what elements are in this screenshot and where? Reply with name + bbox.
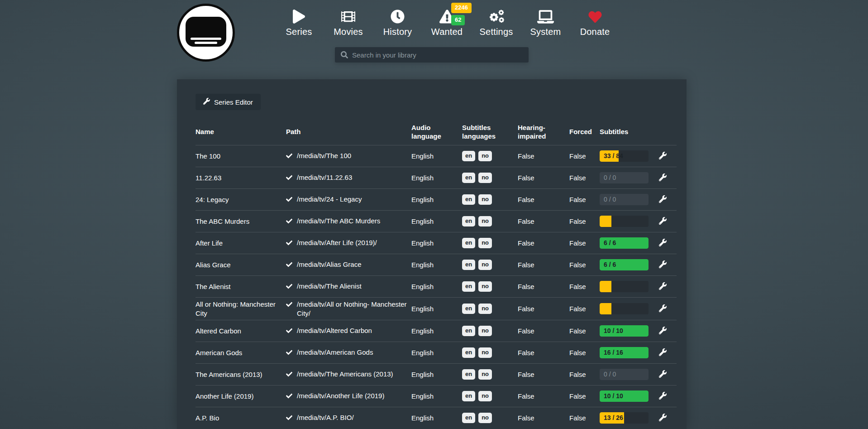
subtitles-cell: 13 / 26: [600, 412, 658, 424]
subtitles-progress: 13 / 26: [600, 412, 649, 424]
failed-count-badge: 62: [451, 15, 465, 25]
wrench-icon: [659, 263, 667, 270]
subtitles-cell: 33 / 84: [600, 150, 658, 162]
series-name-link[interactable]: Alias Grace: [196, 260, 286, 270]
edit-series-button[interactable]: [658, 260, 668, 270]
language-badge: no: [478, 326, 492, 336]
search-input[interactable]: [335, 47, 529, 63]
language-badges: enno: [462, 151, 518, 161]
series-name-link[interactable]: All or Nothing: Manchester City: [196, 300, 286, 318]
edit-series-button[interactable]: [658, 369, 668, 380]
language-badges: enno: [462, 173, 518, 183]
subtitles-cell: 6 / 6: [600, 259, 658, 270]
edit-series-button[interactable]: [658, 413, 668, 424]
audio-language: English: [411, 304, 462, 313]
nav-item-movies[interactable]: Movies: [324, 5, 373, 37]
series-editor-button[interactable]: Series Editor: [196, 94, 261, 110]
library-search: [335, 47, 529, 63]
language-badge: en: [462, 304, 475, 313]
edit-series-button[interactable]: [658, 281, 668, 292]
series-name-link[interactable]: After Life: [196, 239, 286, 248]
subtitles-progress-label: 0 / 0: [600, 194, 649, 205]
series-name-link[interactable]: Another Life (2019): [196, 392, 286, 401]
actions-cell: [658, 194, 677, 205]
language-badges: enno: [462, 413, 518, 423]
series-path: /media/tv/The ABC Murders: [297, 217, 380, 226]
series-name-link[interactable]: The 100: [196, 152, 286, 161]
subtitles-cell: [600, 281, 658, 292]
forced-value: False: [569, 260, 600, 270]
hearing-impaired-value: False: [518, 392, 569, 401]
nav-item-history[interactable]: History: [373, 5, 422, 37]
edit-series-button[interactable]: [658, 326, 668, 337]
hearing-impaired-value: False: [518, 239, 569, 248]
edit-series-button[interactable]: [658, 151, 668, 162]
language-badge: en: [462, 238, 475, 248]
wrench-icon: [659, 284, 667, 291]
forced-value: False: [569, 392, 600, 401]
series-name-link[interactable]: 11.22.63: [196, 174, 286, 183]
check-icon: [286, 301, 292, 310]
laptop-icon: [521, 5, 570, 24]
series-name-link[interactable]: The Alienist: [196, 282, 286, 291]
subtitles-progress-label: 0 / 0: [600, 369, 649, 380]
audio-language: English: [411, 217, 462, 226]
series-name-link[interactable]: 24: Legacy: [196, 195, 286, 204]
language-badge: en: [462, 260, 475, 270]
series-path-cell: /media/tv/Alias Grace: [286, 260, 411, 270]
series-name-link[interactable]: The Americans (2013): [196, 370, 286, 379]
nav-label: Series: [274, 27, 324, 37]
subtitles-cell: 10 / 10: [600, 390, 658, 402]
audio-language: English: [411, 327, 462, 336]
language-badge: en: [462, 413, 475, 423]
subtitles-progress: [600, 303, 649, 314]
audio-language: English: [411, 392, 462, 401]
forced-value: False: [569, 217, 600, 226]
language-badge: no: [478, 369, 492, 379]
subtitles-progress-label: 16 / 16: [600, 347, 649, 358]
series-path: /media/tv/Alias Grace: [297, 260, 362, 269]
nav-item-wanted[interactable]: Wanted 2246 62: [422, 5, 472, 37]
subtitles-progress-label: 6 / 6: [600, 259, 649, 270]
forced-value: False: [569, 282, 600, 291]
subtitles-progress: 33 / 84: [600, 150, 649, 162]
subtitles-progress: [600, 281, 649, 292]
series-panel: Series Editor Name Path Audio language S…: [177, 79, 687, 429]
bazarr-logo[interactable]: [177, 4, 235, 62]
edit-series-button[interactable]: [658, 304, 668, 314]
nav-item-system[interactable]: System: [521, 5, 570, 37]
subtitles-progress: 0 / 0: [600, 194, 649, 205]
check-icon: [286, 239, 292, 248]
table-row: Altered Carbon /media/tv/Altered Carbon …: [196, 320, 677, 342]
nav-item-settings[interactable]: Settings: [472, 5, 521, 37]
nav-label: Settings: [472, 27, 521, 37]
check-icon: [286, 327, 292, 336]
gears-icon: [472, 5, 521, 24]
nav-item-series[interactable]: Series: [274, 5, 324, 37]
forced-value: False: [569, 195, 600, 204]
series-path-cell: /media/tv/A.P. BIO/: [286, 413, 411, 423]
series-name-link[interactable]: The ABC Murders: [196, 217, 286, 226]
series-path-cell: /media/tv/Altered Carbon: [286, 326, 411, 336]
edit-series-button[interactable]: [658, 173, 668, 183]
wrench-icon: [659, 372, 667, 379]
edit-series-button[interactable]: [658, 238, 668, 249]
edit-series-button[interactable]: [658, 391, 668, 402]
table-row: The Americans (2013) /media/tv/The Ameri…: [196, 363, 677, 385]
main-nav: Series Movies History Wanted: [274, 5, 620, 37]
edit-series-button[interactable]: [658, 216, 668, 227]
subtitles-progress: 6 / 6: [600, 237, 649, 249]
series-name-link[interactable]: American Gods: [196, 348, 286, 357]
nav-item-donate[interactable]: Donate: [570, 5, 620, 37]
edit-series-button[interactable]: [658, 347, 668, 358]
wrench-icon: [659, 307, 667, 313]
series-path: /media/tv/American Gods: [297, 348, 373, 357]
language-badge: no: [478, 281, 492, 291]
header-hearing-impaired: Hearing-impaired: [518, 123, 569, 141]
wrench-icon: [659, 154, 667, 161]
series-name-link[interactable]: Altered Carbon: [196, 327, 286, 336]
series-name-link[interactable]: A.P. Bio: [196, 414, 286, 423]
clock-icon: [373, 5, 422, 24]
check-icon: [286, 371, 292, 380]
edit-series-button[interactable]: [658, 194, 668, 205]
